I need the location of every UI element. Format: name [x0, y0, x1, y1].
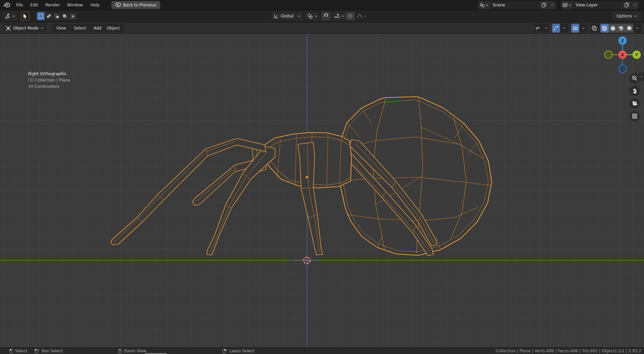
chevron-down-icon: [636, 27, 639, 29]
select-mode-set-button[interactable]: [37, 12, 45, 20]
active-object-label: (1) Collection | Plane: [28, 77, 70, 84]
shading-rendered-button[interactable]: [625, 24, 634, 33]
viewport-menu-view[interactable]: View: [52, 24, 70, 33]
chevron-down-icon: [41, 27, 44, 29]
chevron-down-icon: [341, 15, 344, 17]
mouse-lmb-icon: [9, 349, 13, 354]
scene-name-field[interactable]: Scene: [490, 3, 539, 7]
blender-logo[interactable]: [3, 1, 10, 9]
editor-type-selector[interactable]: [3, 12, 17, 20]
viewport-zoom-button[interactable]: [629, 73, 640, 84]
select-mode-subtract-button[interactable]: [53, 12, 61, 20]
svg-text:Y: Y: [635, 53, 638, 57]
viewport-pan-button[interactable]: [629, 86, 640, 96]
chevron-down-icon: [569, 4, 571, 6]
status-hint-lasso-select: Lasso Select: [222, 348, 255, 354]
viewport-ortho-toggle-button[interactable]: [629, 111, 640, 121]
proportional-falloff-selector[interactable]: [356, 12, 367, 20]
menu-help[interactable]: Help: [87, 0, 103, 10]
blender-window: Right Orthographic (1) Collection | Plan…: [0, 0, 644, 354]
cursor-arrow-icon: [23, 13, 28, 19]
show-gizmos-button[interactable]: [552, 24, 560, 33]
object-visibility-selector[interactable]: [534, 24, 549, 33]
viewport-menu-object[interactable]: Object: [102, 24, 124, 33]
zoom-icon: [632, 75, 638, 81]
viewport-3d[interactable]: Right Orthographic (1) Collection | Plan…: [0, 34, 644, 347]
gizmo-neg-z-axis-ball[interactable]: [619, 65, 627, 73]
grid-icon: [632, 113, 638, 119]
shading-wireframe-button[interactable]: [600, 24, 609, 33]
grid-scale-label: 10 Centimeters: [28, 84, 70, 90]
tool-settings-bar: Global: [0, 10, 644, 22]
gizmos-toggle-group[interactable]: [552, 24, 568, 33]
solid-shading-icon: [610, 26, 616, 31]
view-layer-delete-button[interactable]: [631, 1, 639, 9]
scene-icon: [480, 2, 485, 8]
menu-file[interactable]: File: [12, 0, 26, 10]
select-subtract-icon: [54, 14, 59, 19]
cursor-3d[interactable]: [302, 256, 312, 265]
select-set-icon: [38, 14, 43, 19]
chevron-down-icon: [582, 27, 585, 29]
viewport-camera-button[interactable]: [629, 98, 640, 109]
select-mode-invert-button[interactable]: [61, 12, 69, 20]
back-to-previous-label: Back to Previous: [123, 3, 157, 7]
material-shading-icon: [618, 26, 624, 31]
svg-text:Z: Z: [621, 39, 624, 43]
magnet-icon: [323, 13, 329, 19]
menu-window[interactable]: Window: [63, 0, 87, 10]
mode-selector[interactable]: Object Mode: [3, 24, 47, 33]
select-mode-intersect-button[interactable]: [69, 12, 77, 20]
overlays-toggle-group[interactable]: [571, 24, 587, 33]
pivot-point-selector[interactable]: [305, 12, 319, 20]
shading-material-button[interactable]: [617, 24, 625, 33]
scene-selector[interactable]: Scene: [478, 1, 556, 9]
wireframe-shading-icon: [602, 26, 607, 31]
viewport-menu-select[interactable]: Select: [69, 24, 91, 33]
orientation-value: Global: [281, 14, 293, 18]
chevron-down-icon: [563, 27, 566, 29]
view-layer-selector[interactable]: View Layer: [561, 1, 639, 9]
mouse-rmb-drag-icon: [222, 349, 227, 354]
menu-render[interactable]: Render: [42, 0, 63, 10]
overlays-icon: [573, 26, 578, 31]
xray-icon: [592, 26, 597, 31]
camera-icon: [632, 100, 638, 106]
transform-orientation-selector[interactable]: Global: [272, 12, 303, 20]
active-tool-indicator[interactable]: [21, 12, 30, 20]
back-screen-icon: [115, 3, 121, 7]
mouse-mmb-icon: [118, 349, 122, 354]
options-label: Options: [616, 14, 632, 18]
view-name-label: Right Orthographic: [28, 71, 70, 77]
snap-target-selector[interactable]: [332, 12, 346, 20]
xray-toggle-button[interactable]: [590, 24, 599, 33]
snap-toggle-button[interactable]: [321, 12, 331, 20]
view-layer-name-field[interactable]: View Layer: [573, 3, 622, 7]
options-button[interactable]: Options: [612, 12, 641, 20]
select-mode-extend-button[interactable]: [45, 12, 53, 20]
menu-edit[interactable]: Edit: [26, 0, 42, 10]
object-origin-dot[interactable]: [306, 176, 308, 178]
close-icon: [550, 3, 554, 7]
hand-icon: [632, 88, 638, 94]
falloff-curve-icon: [356, 13, 363, 19]
view-layer-copy-button[interactable]: [623, 1, 631, 9]
chevron-down-icon: [634, 15, 637, 17]
shading-solid-button[interactable]: [609, 24, 617, 33]
status-hint-zoom-view: Zoom View: [118, 348, 146, 354]
view-layer-icon: [562, 2, 568, 8]
top-menu-bar: File Edit Render Window Help Back to Pre…: [0, 0, 644, 10]
back-to-previous-button[interactable]: Back to Previous: [111, 1, 161, 9]
proportional-circle-icon: [347, 13, 353, 19]
chevron-down-icon: [315, 15, 317, 17]
navigation-gizmo[interactable]: Z Y X: [604, 34, 644, 78]
gizmo-neg-y-axis-ball[interactable]: [605, 51, 612, 59]
status-bar: Select Box Select Zoom View Lasso Sele: [0, 347, 644, 354]
proportional-editing-toggle[interactable]: [345, 12, 355, 20]
scene-delete-button[interactable]: [548, 1, 556, 9]
shading-mode-group: [600, 24, 641, 33]
editor-3d-viewport-icon: [5, 13, 11, 19]
spider-front-leg-3[interactable]: [207, 146, 275, 255]
scene-copy-button[interactable]: [540, 1, 548, 9]
show-overlays-button[interactable]: [571, 24, 579, 33]
